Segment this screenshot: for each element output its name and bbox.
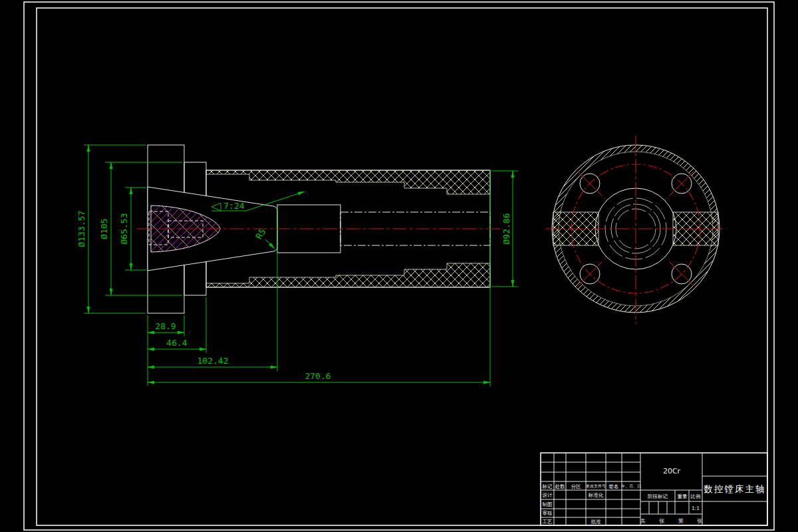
tb-part-name: 数控镗床主轴 xyxy=(704,483,766,494)
tb-standardization: 标准化 xyxy=(588,492,604,498)
tb-weight-label: 重量 xyxy=(678,493,688,499)
dim-28: 28.9 xyxy=(155,321,176,331)
tb-scale-value: 1:1 xyxy=(692,505,700,511)
tb-sheet-info: 共 张 第 张 xyxy=(640,518,709,524)
tb-header-docno: 更改文件号 xyxy=(586,483,606,488)
tb-header-zone: 分区 xyxy=(571,483,582,489)
tb-scale-label: 比例 xyxy=(691,493,701,499)
dim-dia-flange: Ø133.57 xyxy=(76,211,86,247)
dim-46: 46.4 xyxy=(166,338,187,348)
dim-dia-body: Ø92.86 xyxy=(501,213,511,245)
outer-sleeve-bottom xyxy=(206,263,490,287)
tb-row-process: 工艺 xyxy=(543,519,553,525)
sheet-borders xyxy=(24,2,774,530)
outer-sleeve-top xyxy=(206,170,490,194)
title-block: 标记 处数 分区 更改文件号 签名 年、月、日 设计 制图 审核 工艺 标准化 … xyxy=(541,453,767,525)
tb-header-count: 处数 xyxy=(555,483,566,489)
tb-approval: 批准 xyxy=(591,519,602,525)
dim-270: 270.6 xyxy=(305,371,331,381)
section-view xyxy=(136,145,503,313)
front-view xyxy=(545,136,726,324)
dim-102: 102.42 xyxy=(198,356,229,366)
dim-dia-step: Ø105 xyxy=(99,218,109,239)
border-outer xyxy=(24,2,774,530)
dim-taper: 7:24 xyxy=(223,201,244,211)
tb-header-sign: 签名 xyxy=(609,483,619,489)
tb-header-date: 年、月、日 xyxy=(621,483,641,489)
cad-canvas: Ø133.57 Ø105 Ø65.53 Ø92.86 28.9 46.4 102… xyxy=(0,0,798,532)
border-inner xyxy=(37,8,767,525)
tb-header-mark: 标记 xyxy=(542,483,553,489)
tb-material: 20Cr xyxy=(663,467,681,475)
dim-dia-bore: Ø65.53 xyxy=(119,213,129,245)
tb-row-design: 设计 xyxy=(543,492,553,498)
tb-stage-mark: 阶段标记 xyxy=(648,493,668,499)
tb-row-check: 审核 xyxy=(543,510,553,516)
tb-row-draft: 制图 xyxy=(542,501,553,507)
